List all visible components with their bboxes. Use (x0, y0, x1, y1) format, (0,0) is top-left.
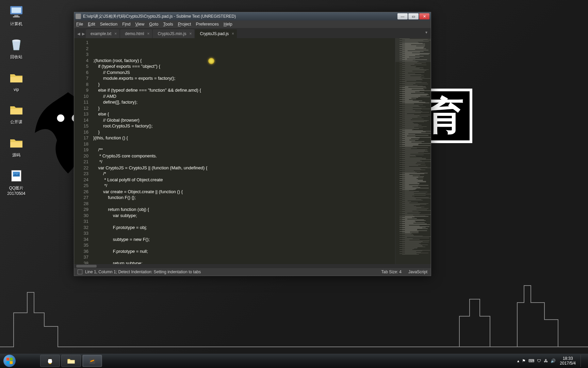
menu-view[interactable]: View (135, 22, 144, 27)
svg-rect-5 (13, 16, 20, 17)
desktop-icon-computer[interactable]: 计算机 (3, 3, 30, 27)
tab-cryptojs-pad[interactable]: CryptoJS.pad.js× (195, 29, 237, 38)
tab-overflow-icon[interactable]: ▾ (425, 30, 427, 35)
svg-point-6 (12, 40, 20, 42)
tray-network-icon[interactable]: 🖧 (544, 358, 548, 363)
tray-flag-icon[interactable]: ⚑ (522, 358, 526, 363)
start-button[interactable] (0, 354, 19, 368)
tray-show-hidden-icon[interactable]: ▴ (517, 358, 519, 363)
horizontal-scrollbar[interactable] (74, 264, 431, 268)
status-icon[interactable] (78, 270, 82, 274)
menu-goto[interactable]: Goto (149, 22, 158, 27)
desktop-icon-folder-public[interactable]: 公开课 (3, 102, 30, 125)
desktop-icons: 计算机 回收站 vip 公开课 源码 QQ图片20170504 (3, 3, 30, 205)
tray-time: 18:33 (560, 356, 576, 361)
svg-rect-3 (12, 7, 21, 13)
status-tabsize[interactable]: Tab Size: 4 (381, 270, 402, 274)
menubar: File Edit Selection Find View Goto Tools… (74, 20, 431, 28)
scrollbar-thumb[interactable] (76, 265, 97, 267)
tab-nav-back[interactable]: ◀ (77, 32, 80, 36)
tab-label: CryptoJS.min.js (158, 31, 186, 36)
desktop-icon-file-qqimage[interactable]: QQ图片20170504 (3, 168, 30, 196)
desktop-icon-label: 计算机 (3, 21, 30, 27)
editor: 1234567891011121314151617181920212223242… (74, 38, 431, 264)
taskbar-app-sublime[interactable] (82, 355, 102, 367)
menu-tools[interactable]: Tools (163, 22, 173, 27)
taskbar-app-explorer[interactable] (61, 355, 81, 367)
status-left: Line 1, Column 1; Detect Indentation: Se… (85, 270, 201, 274)
svg-point-16 (51, 359, 52, 361)
tray-clock[interactable]: 18:33 2017/5/4 (560, 356, 576, 366)
desktop-icon-label: QQ图片20170504 (3, 185, 30, 196)
close-button[interactable]: ✕ (419, 13, 429, 19)
tray-volume-icon[interactable]: 🔊 (551, 358, 556, 363)
show-desktop-button[interactable] (581, 355, 586, 367)
desktop-icon-folder-source[interactable]: 源码 (3, 135, 30, 158)
tray-date: 2017/5/4 (560, 361, 576, 366)
tab-demo[interactable]: demo.html× (120, 29, 152, 38)
menu-project[interactable]: Project (178, 22, 191, 27)
system-tray: ▴ ⚑ ⌨ 🛡 🖧 🔊 18:33 2017/5/4 (516, 355, 588, 367)
desktop-icon-label: 回收站 (3, 54, 30, 60)
app-icon (76, 14, 81, 19)
tab-close-icon[interactable]: × (147, 31, 149, 36)
svg-rect-12 (10, 361, 13, 364)
desktop-icon-folder-vip[interactable]: vip (3, 70, 30, 92)
tab-bar: ◀ ▶ example.txt× demo.html× CryptoJS.min… (74, 28, 431, 38)
titlebar[interactable]: E:\vip\讲义\JS相关代码\CryptoJS\CryptoJS.pad.j… (74, 12, 431, 20)
window-title: E:\vip\讲义\JS相关代码\CryptoJS\CryptoJS.pad.j… (83, 14, 397, 19)
desktop-icon-recycle-bin[interactable]: 回收站 (3, 36, 30, 60)
svg-rect-10 (10, 358, 13, 361)
menu-file[interactable]: File (76, 22, 83, 27)
desktop-icon-label: 公开课 (3, 119, 30, 125)
gutter: 1234567891011121314151617181920212223242… (74, 38, 93, 264)
cursor-highlight-icon (208, 58, 214, 64)
tab-nav-forward[interactable]: ▶ (82, 32, 85, 36)
desktop-icon-label: 源码 (3, 152, 30, 158)
tab-example[interactable]: example.txt× (86, 29, 119, 38)
minimize-button[interactable]: — (397, 13, 408, 19)
code-area[interactable]: ;(function (root, factory) { if (typeof … (93, 38, 395, 264)
menu-selection[interactable]: Selection (100, 22, 117, 27)
menu-find[interactable]: Find (122, 22, 130, 27)
sublime-window: E:\vip\讲义\JS相关代码\CryptoJS\CryptoJS.pad.j… (74, 12, 431, 276)
maximize-button[interactable]: ▭ (408, 13, 419, 19)
tab-label: demo.html (125, 31, 144, 36)
svg-rect-9 (6, 358, 9, 361)
tab-close-icon[interactable]: × (189, 31, 192, 36)
menu-preferences[interactable]: Preferences (196, 22, 219, 27)
statusbar: Line 1, Column 1; Detect Indentation: Se… (74, 268, 431, 276)
tray-input-icon[interactable]: ⌨ (528, 358, 534, 363)
svg-rect-4 (14, 15, 18, 16)
taskbar: ▴ ⚑ ⌨ 🛡 🖧 🔊 18:33 2017/5/4 (0, 354, 588, 368)
taskbar-app-qq[interactable] (40, 355, 60, 367)
minimap-viewport[interactable] (395, 38, 431, 62)
svg-point-15 (48, 359, 50, 361)
windows-logo-icon (3, 355, 16, 367)
tab-label: CryptoJS.pad.js (200, 31, 229, 36)
tab-close-icon[interactable]: × (232, 31, 234, 36)
status-language[interactable]: JavaScript (408, 270, 427, 274)
tab-label: example.txt (91, 31, 111, 36)
menu-help[interactable]: Help (224, 22, 232, 27)
minimap[interactable] (395, 38, 431, 264)
tab-close-icon[interactable]: × (114, 31, 117, 36)
tab-cryptojs-min[interactable]: CryptoJS.min.js× (153, 29, 194, 38)
svg-rect-11 (6, 361, 9, 364)
desktop-icon-label: vip (3, 87, 30, 92)
menu-edit[interactable]: Edit (88, 22, 95, 27)
svg-rect-17 (68, 360, 75, 364)
svg-point-0 (57, 114, 65, 122)
tray-shield-icon[interactable]: 🛡 (537, 358, 541, 363)
